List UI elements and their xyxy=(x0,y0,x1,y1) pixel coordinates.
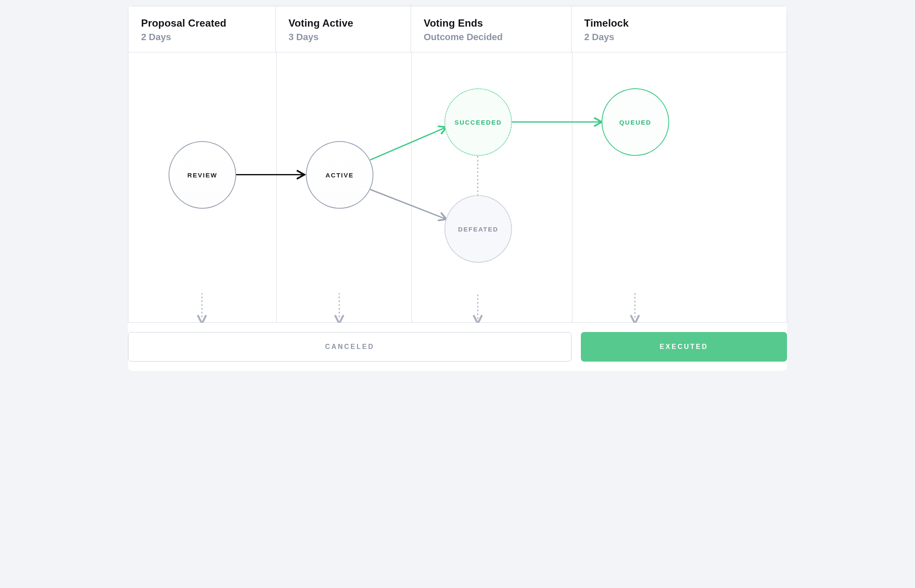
col-header-timelock: Timelock 2 Days xyxy=(572,6,787,52)
node-defeated: DEFEATED xyxy=(444,195,512,263)
node-label: ACTIVE xyxy=(325,172,354,179)
col-header-voting-active: Voting Active 3 Days xyxy=(276,6,411,52)
col-separator xyxy=(276,52,277,322)
col-title: Proposal Created xyxy=(141,17,263,29)
state-label: EXECUTED xyxy=(659,343,708,351)
edge-active-succeeded xyxy=(370,128,446,160)
diagram-body: REVIEW ACTIVE SUCCEEDED DEFEATED QUEUED xyxy=(128,52,787,323)
node-label: DEFEATED xyxy=(458,226,498,233)
node-queued: QUEUED xyxy=(602,88,669,156)
state-label: CANCELED xyxy=(325,343,375,351)
state-canceled: CANCELED xyxy=(128,332,572,362)
col-subtitle: 3 Days xyxy=(289,32,398,43)
col-title: Voting Ends xyxy=(424,17,558,29)
node-label: QUEUED xyxy=(619,119,651,126)
node-label: REVIEW xyxy=(187,172,217,179)
footer-row: CANCELED EXECUTED xyxy=(128,323,787,371)
proposal-lifecycle-diagram: Proposal Created 2 Days Voting Active 3 … xyxy=(128,6,787,371)
col-subtitle: 2 Days xyxy=(584,32,774,43)
col-header-proposal-created: Proposal Created 2 Days xyxy=(128,6,276,52)
node-label: SUCCEEDED xyxy=(455,119,502,126)
node-review: REVIEW xyxy=(169,141,236,209)
col-title: Timelock xyxy=(584,17,774,29)
col-header-voting-ends: Voting Ends Outcome Decided xyxy=(411,6,572,52)
node-active: ACTIVE xyxy=(306,141,373,209)
col-separator xyxy=(411,52,412,322)
edge-active-defeated xyxy=(370,189,446,219)
col-subtitle: Outcome Decided xyxy=(424,32,558,43)
col-separator xyxy=(572,52,572,322)
state-executed: EXECUTED xyxy=(581,332,787,362)
node-succeeded: SUCCEEDED xyxy=(444,88,512,156)
col-title: Voting Active xyxy=(289,17,398,29)
col-subtitle: 2 Days xyxy=(141,32,263,43)
